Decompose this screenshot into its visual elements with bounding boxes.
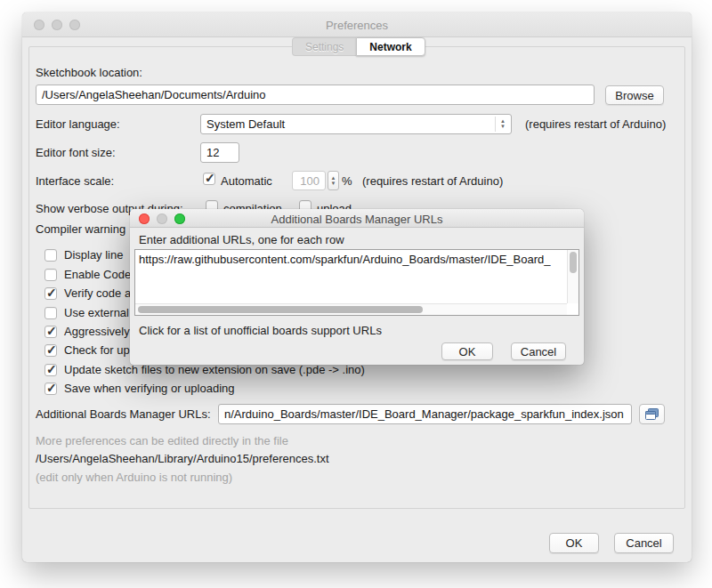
scale-percent-input: 100 [292, 171, 326, 190]
checkbox-update-sketch-files[interactable] [44, 364, 57, 376]
editor-font-size-value: 12 [206, 146, 219, 159]
sketchbook-location-value: /Users/AngelaSheehan/Documents/Arduino [42, 88, 265, 101]
urls-textarea[interactable]: https://raw.githubusercontent.com/sparkf… [134, 249, 579, 316]
window-title: Preferences [22, 19, 692, 32]
checkbox-display-line-label: Display line [64, 248, 123, 262]
browse-button[interactable]: Browse [605, 85, 664, 105]
edit-only-note: (edit only when Arduino is not running) [36, 471, 232, 484]
checkbox-check-updates[interactable] [44, 344, 57, 357]
vertical-scrollbar-thumb[interactable] [570, 252, 577, 273]
preferences-cancel-button[interactable]: Cancel [614, 533, 674, 553]
boards-manager-urls-label: Additional Boards Manager URLs: [36, 407, 211, 421]
dialog-title: Additional Boards Manager URLs [130, 213, 584, 226]
automatic-scale-checkbox[interactable] [203, 173, 215, 185]
dialog-prompt: Enter additional URLs, one for each row [139, 233, 344, 246]
chevron-up-down-icon: ▲▼ [495, 117, 507, 132]
scale-restart-note: (requires restart of Arduino) [362, 174, 503, 188]
editor-font-size-label: Editor font size: [36, 146, 116, 159]
editor-language-select[interactable]: System Default ▲▼ [200, 114, 512, 134]
dialog-ok-button[interactable]: OK [441, 342, 493, 360]
checkbox-aggressively-cache-label: Aggressively [64, 325, 130, 338]
sketchbook-location-input[interactable]: /Users/AngelaSheehan/Documents/Arduino [36, 85, 595, 105]
boards-manager-urls-dialog: Additional Boards Manager URLs Enter add… [130, 209, 584, 365]
more-preferences-note: More preferences can be edited directly … [36, 434, 288, 447]
editor-language-value: System Default [206, 117, 285, 131]
boards-manager-urls-input[interactable]: n/Arduino_Boards/master/IDE_Board_Manage… [218, 404, 632, 424]
checkbox-save-when-verifying[interactable] [44, 383, 57, 395]
tab-settings[interactable]: Settings [292, 37, 356, 56]
interface-scale-label: Interface scale: [36, 174, 114, 188]
checkbox-verify-code[interactable] [44, 287, 57, 300]
overlapping-windows-icon [644, 407, 659, 421]
editor-language-label: Editor language: [36, 117, 120, 131]
checkbox-verify-code-label: Verify code a [64, 286, 131, 300]
vertical-scrollbar[interactable] [567, 250, 578, 303]
checkbox-aggressively-cache[interactable] [44, 326, 57, 338]
checkbox-check-updates-label: Check for up [64, 343, 130, 357]
screen: Preferences Settings Network Sketchbook … [0, 0, 712, 588]
window-titlebar[interactable]: Preferences [22, 12, 692, 37]
scale-stepper[interactable]: ▲▼ [328, 171, 339, 190]
checkbox-use-external-label: Use external [64, 306, 129, 319]
checkbox-use-external[interactable] [44, 307, 57, 319]
dialog-titlebar[interactable]: Additional Boards Manager URLs [130, 209, 584, 228]
preferences-file-path: /Users/AngelaSheehan/Library/Arduino15/p… [36, 452, 329, 465]
editor-font-size-input[interactable]: 12 [200, 142, 239, 163]
checkbox-enable-code[interactable] [44, 269, 57, 281]
horizontal-scrollbar-thumb[interactable] [138, 306, 423, 313]
preferences-tabs: Settings Network [292, 37, 425, 56]
open-urls-dialog-button[interactable] [639, 404, 665, 424]
dialog-cancel-button[interactable]: Cancel [511, 342, 566, 360]
scale-percent-value: 100 [300, 174, 320, 188]
compiler-warnings-label: Compiler warning [36, 222, 125, 236]
boards-manager-urls-value: n/Arduino_Boards/master/IDE_Board_Manage… [224, 407, 624, 421]
checkbox-save-when-verifying-label: Save when verifying or uploading [64, 382, 235, 395]
checkbox-display-line[interactable] [44, 249, 57, 262]
checkbox-enable-code-label: Enable Code [64, 268, 131, 281]
checkbox-update-sketch-files-label: Update sketch files to new extension on … [64, 363, 365, 376]
horizontal-scrollbar[interactable] [135, 303, 567, 315]
sketchbook-location-label: Sketchbook location: [36, 66, 142, 79]
tab-network[interactable]: Network [356, 37, 425, 56]
automatic-scale-checkbox-label: Automatic [221, 174, 272, 188]
preferences-ok-button[interactable]: OK [549, 533, 599, 553]
unofficial-boards-link[interactable]: Click for a list of unofficial boards su… [139, 324, 382, 337]
language-restart-note: (requires restart of Arduino) [525, 117, 666, 131]
urls-textarea-value: https://raw.githubusercontent.com/sparkf… [139, 253, 564, 266]
scale-unit-label: % [342, 174, 352, 188]
